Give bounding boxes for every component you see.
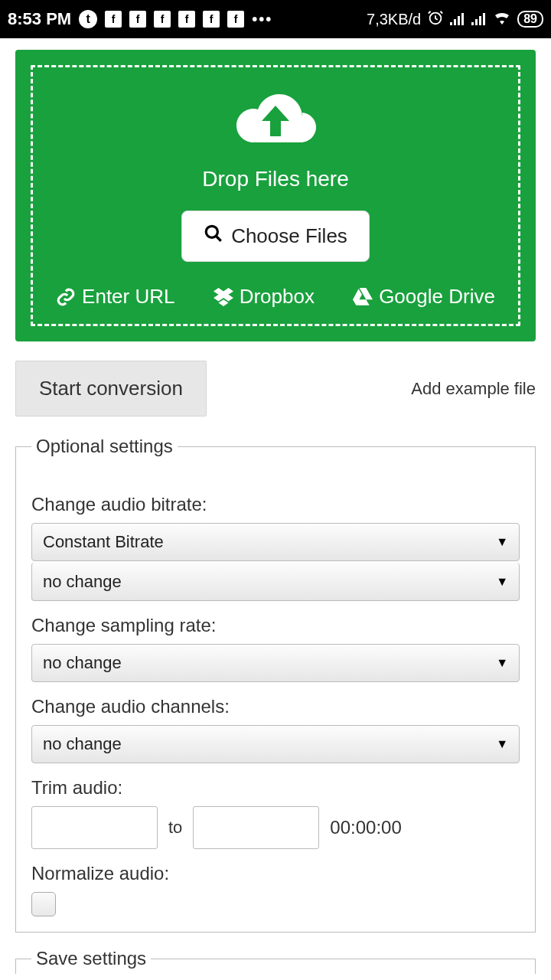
start-conversion-button[interactable]: Start conversion [15,361,207,416]
add-example-file-link[interactable]: Add example file [411,379,536,399]
facebook-icon: f [105,11,122,28]
facebook-icon: f [129,11,146,28]
tumblr-icon: t [79,10,97,28]
choose-files-label: Choose Files [231,224,347,248]
dropbox-label: Dropbox [240,285,315,309]
more-icon: ••• [252,11,272,28]
trim-end-input[interactable] [193,806,319,849]
google-drive-label: Google Drive [379,285,495,309]
facebook-icon: f [154,11,171,28]
optional-settings-legend: Optional settings [31,436,178,457]
bitrate-value-select[interactable]: no change [31,563,520,601]
trim-to-label: to [168,818,182,838]
save-settings-fieldset: Save settings [15,948,536,974]
signal-icon [450,13,465,25]
sampling-select[interactable]: no change [31,644,520,682]
google-drive-icon [353,287,373,307]
facebook-icon: f [227,11,244,28]
choose-files-button[interactable]: Choose Files [181,211,370,262]
svg-point-1 [206,226,217,237]
facebook-icon: f [203,11,220,28]
wifi-icon [493,9,511,29]
facebook-icon: f [178,11,195,28]
cloud-upload-icon [226,87,325,155]
drop-title: Drop Files here [41,167,510,191]
link-icon [56,287,76,307]
file-drop-zone[interactable]: Drop Files here Choose Files Enter URL [15,50,536,341]
dropbox-icon [214,287,233,307]
optional-settings-fieldset: Optional settings Change audio bitrate: … [15,436,536,933]
search-icon [204,224,223,249]
channels-select[interactable]: no change [31,725,520,763]
bitrate-mode-select[interactable]: Constant Bitrate [31,523,520,561]
battery-icon: 89 [517,11,543,28]
status-bar: 8:53 PM t f f f f f f ••• 7,3KB/d 89 [0,0,551,38]
enter-url-label: Enter URL [82,285,174,309]
trim-duration: 00:00:00 [330,817,401,838]
normalize-checkbox[interactable] [31,892,56,916]
bitrate-label: Change audio bitrate: [31,494,520,515]
status-time: 8:53 PM [8,9,71,29]
channels-label: Change audio channels: [31,696,520,717]
google-drive-button[interactable]: Google Drive [353,285,495,309]
signal-icon [471,13,487,25]
save-settings-legend: Save settings [31,948,151,969]
data-rate: 7,3KB/d [367,11,421,28]
normalize-label: Normalize audio: [31,863,520,884]
sampling-label: Change sampling rate: [31,615,520,636]
trim-label: Trim audio: [31,777,520,799]
dropbox-button[interactable]: Dropbox [214,285,315,309]
alarm-icon [427,9,444,30]
trim-start-input[interactable] [31,806,158,849]
enter-url-button[interactable]: Enter URL [56,285,174,309]
